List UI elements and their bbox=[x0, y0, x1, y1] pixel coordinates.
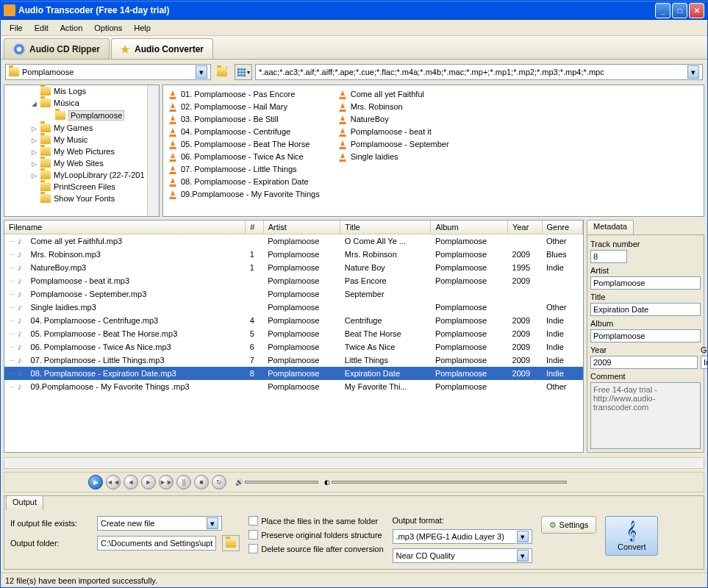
file-browser[interactable]: 01. Pomplamoose - Pas Encore02. Pomplamo… bbox=[162, 85, 704, 217]
table-row[interactable]: ···♪09.Pomplamoose - My Favorite Things … bbox=[4, 380, 583, 393]
same-folder-checkbox[interactable] bbox=[248, 516, 258, 526]
column-header[interactable]: Album bbox=[431, 220, 508, 234]
table-row[interactable]: ···♪Pomplamoose - September.mp3Pomplamoo… bbox=[4, 287, 583, 301]
play-button[interactable]: ▶ bbox=[88, 475, 103, 490]
file-item[interactable]: 09.Pomplamoose - My Favorite Things bbox=[166, 188, 321, 200]
close-button[interactable]: ✕ bbox=[689, 3, 704, 18]
settings-button[interactable]: ⚙ Settings bbox=[541, 516, 597, 534]
table-row[interactable]: ···♪Single laidies.mp3PomplamoosePomplam… bbox=[4, 301, 583, 314]
view-button[interactable]: ▾ bbox=[235, 64, 252, 80]
table-row[interactable]: ···♪Come all yet Faithful.mp3Pomplamoose… bbox=[4, 234, 583, 248]
exists-select[interactable]: Create new file ▾ bbox=[97, 516, 222, 531]
table-row[interactable]: ···♪07. Pomplamoose - Little Things.mp37… bbox=[4, 354, 583, 367]
tree-scrollbar[interactable] bbox=[147, 85, 159, 216]
tree-item[interactable]: Mis Logs bbox=[4, 85, 159, 97]
table-row[interactable]: ···♪05. Pomplamoose - Beat The Horse.mp3… bbox=[4, 327, 583, 340]
stop-button[interactable]: ■ bbox=[194, 475, 209, 490]
table-row[interactable]: ···♪Mrs. Robinson.mp31PomplamooseMrs. Ro… bbox=[4, 248, 583, 261]
rewind-button[interactable]: ◄ bbox=[124, 475, 138, 490]
tree-item[interactable]: ▷My Web Sites bbox=[4, 157, 159, 169]
tree-expand-icon[interactable] bbox=[46, 112, 52, 119]
tree-item[interactable]: ◢Música bbox=[4, 97, 159, 109]
maximize-button[interactable]: □ bbox=[672, 3, 687, 18]
minimize-button[interactable]: _ bbox=[655, 3, 671, 18]
folder-dropdown-icon[interactable]: ▾ bbox=[196, 65, 207, 79]
file-item[interactable]: 04. Pomplamoose - Centrifuge bbox=[166, 126, 321, 137]
column-header[interactable]: Genre bbox=[542, 220, 583, 234]
tree-item[interactable]: PrintScreen Files bbox=[4, 181, 159, 193]
preserve-structure-checkbox[interactable] bbox=[248, 530, 258, 539]
menu-help[interactable]: Help bbox=[128, 22, 157, 34]
prev-track-button[interactable]: ◄◄ bbox=[106, 475, 121, 490]
tree-expand-icon[interactable]: ▷ bbox=[31, 137, 37, 143]
track-number-input[interactable] bbox=[590, 250, 627, 263]
output-folder-input[interactable]: C:\Documents and Settings\upt bbox=[97, 536, 216, 551]
file-list[interactable]: Filename#ArtistTitleAlbumYearGenre ···♪C… bbox=[4, 220, 584, 453]
file-item[interactable]: 08. Pomplamoose - Expiration Date bbox=[166, 176, 321, 187]
tree-expand-icon[interactable] bbox=[31, 88, 37, 95]
pause-button[interactable]: || bbox=[176, 475, 191, 490]
folder-tree[interactable]: Mis Logs◢MúsicaPomplamoose▷My Games▷My M… bbox=[4, 85, 160, 217]
folder-select[interactable]: Pomplamoose ▾ bbox=[5, 64, 211, 80]
file-item[interactable]: 03. Pomplamoose - Be Still bbox=[166, 113, 321, 125]
balance-slider[interactable]: ◐ bbox=[324, 478, 567, 486]
table-row[interactable]: ···♪08. Pomplamoose - Expiration Date.mp… bbox=[4, 367, 583, 380]
tree-item[interactable]: ▷MyLoopLibrary (22-7-201 bbox=[4, 169, 159, 181]
title-input[interactable] bbox=[590, 303, 701, 316]
tree-expand-icon[interactable] bbox=[31, 184, 37, 190]
delete-source-checkbox[interactable] bbox=[248, 544, 258, 553]
tab-audio-converter[interactable]: ★ Audio Converter bbox=[111, 38, 213, 59]
dropdown-icon[interactable]: ▾ bbox=[207, 517, 218, 529]
menu-options[interactable]: Options bbox=[88, 22, 128, 34]
tree-expand-icon[interactable]: ▷ bbox=[31, 172, 37, 179]
table-row[interactable]: ···♪Pomplamoose - beat it.mp3Pomplamoose… bbox=[4, 274, 583, 287]
column-header[interactable]: Filename bbox=[4, 220, 246, 234]
metadata-tab[interactable]: Metadata bbox=[587, 220, 634, 234]
filter-dropdown-icon[interactable]: ▾ bbox=[687, 65, 699, 79]
volume-slider[interactable]: 🔊 bbox=[235, 478, 318, 486]
tree-expand-icon[interactable]: ▷ bbox=[31, 148, 37, 155]
tree-item[interactable]: ▷My Music bbox=[4, 134, 159, 146]
tree-item[interactable]: Pomplamoose bbox=[4, 109, 159, 122]
genre-select[interactable]: Indie ▾ bbox=[701, 356, 707, 369]
menu-action[interactable]: Action bbox=[54, 22, 89, 34]
comment-textarea[interactable]: Free 14-day trial - http://www.audio-tra… bbox=[590, 382, 701, 449]
tree-item[interactable]: ▷My Games bbox=[4, 122, 159, 134]
tree-expand-icon[interactable] bbox=[31, 196, 37, 202]
convert-button[interactable]: 𝄞 Convert bbox=[605, 516, 658, 556]
file-item[interactable]: Pomplamoose - September bbox=[336, 138, 451, 150]
dropdown-icon[interactable]: ▾ bbox=[517, 550, 529, 562]
quality-select[interactable]: Near CD Quality ▾ bbox=[393, 548, 532, 563]
repeat-button[interactable]: ↻ bbox=[212, 475, 226, 490]
column-header[interactable]: Title bbox=[340, 220, 431, 234]
table-row[interactable]: ···♪04. Pomplamoose - Centrifuge.mp34Pom… bbox=[4, 314, 583, 327]
forward-button[interactable]: ► bbox=[141, 475, 156, 490]
file-item[interactable]: 05. Pomplamoose - Beat The Horse bbox=[166, 138, 321, 150]
output-format-select[interactable]: .mp3 (MPEG-1 Audio Layer 3) ▾ bbox=[393, 529, 532, 544]
file-item[interactable]: 02. Pomplamoose - Hail Mary bbox=[166, 101, 321, 112]
column-header[interactable]: # bbox=[246, 220, 263, 234]
next-track-button[interactable]: ►► bbox=[159, 475, 174, 490]
table-row[interactable]: ···♪06. Pomplamoose - Twice As Nice.mp36… bbox=[4, 340, 583, 354]
tree-item[interactable]: Show Your Fonts bbox=[4, 193, 159, 204]
browse-folder-button[interactable] bbox=[222, 535, 240, 551]
file-item[interactable]: Pomplamoose - beat it bbox=[336, 126, 451, 137]
file-item[interactable]: 06. Pomplamoose - Twice As Nice bbox=[166, 151, 321, 162]
tree-item[interactable]: ▷My Web Pictures bbox=[4, 146, 159, 157]
file-item[interactable]: NatureBoy bbox=[336, 113, 451, 125]
file-item[interactable]: Mrs. Robinson bbox=[336, 101, 451, 112]
file-item[interactable]: 01. Pomplamoose - Pas Encore bbox=[166, 88, 321, 100]
file-item[interactable]: Come all yet Faithful bbox=[336, 88, 451, 100]
file-item[interactable]: Single laidies bbox=[336, 151, 451, 162]
tree-expand-icon[interactable]: ▷ bbox=[31, 160, 37, 167]
up-folder-button[interactable]: ↑ bbox=[214, 64, 232, 80]
year-input[interactable] bbox=[590, 356, 698, 369]
file-filter-input[interactable]: *.aac;*.ac3;*.aif;*.aiff;*.ape;*.cue;*.f… bbox=[255, 64, 703, 80]
artist-input[interactable] bbox=[590, 276, 701, 290]
tree-expand-icon[interactable]: ◢ bbox=[31, 100, 37, 107]
column-header[interactable]: Artist bbox=[263, 220, 340, 234]
menu-edit[interactable]: Edit bbox=[29, 22, 54, 34]
file-item[interactable]: 07. Pomplamoose - Little Things bbox=[166, 163, 321, 175]
menu-file[interactable]: File bbox=[4, 22, 29, 34]
album-input[interactable] bbox=[590, 329, 701, 343]
